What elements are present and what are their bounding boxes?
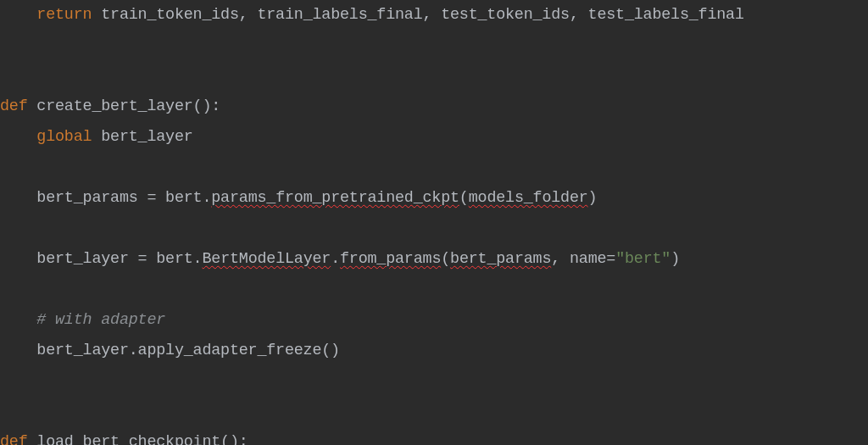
keyword-return: return [36,6,92,24]
keyword-global: global [36,128,92,146]
unresolved-ref: models_folder [469,189,588,207]
code-editor[interactable]: return train_token_ids, train_labels_fin… [0,0,868,445]
code-line: bert_params = bert.params_from_pretraine… [0,189,597,207]
unresolved-ref: bert_params [450,250,551,268]
unresolved-ref: params_from_pretrained_ckpt [211,189,459,207]
unresolved-ref: from_params [340,250,441,268]
unresolved-ref: BertModelLayer [202,250,331,268]
keyword-def: def [0,433,28,445]
code-line: bert_layer.apply_adapter_freeze() [0,342,340,359]
code-line: # with adapter [0,311,165,329]
code-line: global bert_layer [0,128,193,146]
code-line: bert_layer = bert.BertModelLayer.from_pa… [0,250,680,268]
unresolved-ref: load_bert_checkpoint [36,433,220,445]
keyword-def: def [0,97,28,115]
code-line: def create_bert_layer(): [0,97,220,115]
code-line: return train_token_ids, train_labels_fin… [0,6,744,24]
code-line: def load_bert_checkpoint(): [0,433,248,445]
string-literal: "bert" [615,250,670,268]
comment: # with adapter [36,311,165,329]
